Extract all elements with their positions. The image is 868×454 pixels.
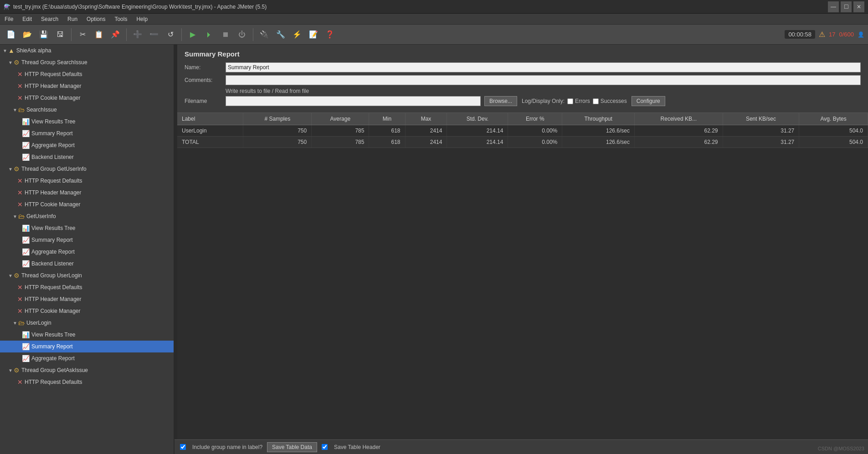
filename-label: Filename bbox=[185, 98, 226, 104]
menu-search[interactable]: Search bbox=[36, 15, 63, 23]
errors-checkbox[interactable] bbox=[567, 98, 573, 104]
sidebar-item-view-results-tree-1[interactable]: 📊 View Results Tree bbox=[0, 116, 174, 128]
collapse-root[interactable]: ▼ bbox=[3, 48, 7, 53]
userlogin-label: UserLogin bbox=[26, 320, 51, 326]
successes-checkbox[interactable] bbox=[593, 98, 599, 104]
open-button[interactable]: 📂 bbox=[20, 27, 35, 42]
table-header-row: Label # Samples Average Min Max Std. Dev… bbox=[177, 113, 868, 125]
maximize-button[interactable]: ☐ bbox=[841, 1, 852, 12]
menu-tools[interactable]: Tools bbox=[110, 15, 132, 23]
sidebar-item-aggregate-report-1[interactable]: 📈 Aggregate Report bbox=[0, 139, 174, 151]
sidebar-item-aggregate-report-3[interactable]: 📈 Aggregate Report bbox=[0, 352, 174, 364]
http-request-defaults-2-label: HTTP Request Defaults bbox=[25, 178, 82, 184]
http-icon-3: ✕ bbox=[17, 94, 23, 102]
include-group-checkbox[interactable] bbox=[180, 444, 186, 450]
report-title: Summary Report bbox=[185, 50, 861, 58]
cell-value: 214.14 bbox=[447, 137, 508, 148]
filename-input[interactable] bbox=[226, 96, 481, 106]
sidebar-item-backend-listener-1[interactable]: 📈 Backend Listener bbox=[0, 151, 174, 163]
stop-button[interactable]: ⏹ bbox=[218, 27, 233, 42]
col-min: Min bbox=[369, 113, 405, 125]
col-label: Label bbox=[177, 113, 243, 125]
sidebar-item-aggregate-report-2[interactable]: 📈 Aggregate Report bbox=[0, 246, 174, 258]
sidebar-item-http-request-defaults-3[interactable]: ✕ HTTP Request Defaults bbox=[0, 281, 174, 293]
sidebar-item-summary-report-3[interactable]: 📈 Summary Report bbox=[0, 341, 174, 352]
name-input[interactable] bbox=[226, 62, 861, 72]
app-icon: ⚗️ bbox=[4, 4, 10, 10]
sidebar-item-http-request-defaults-4[interactable]: ✕ HTTP Request Defaults bbox=[0, 376, 174, 388]
http-request-defaults-3-label: HTTP Request Defaults bbox=[25, 284, 82, 291]
http-header-manager-1-label: HTTP Header Manager bbox=[25, 83, 82, 89]
bottom-bar: Include group name in label? Save Table … bbox=[175, 439, 868, 454]
reset-button[interactable]: ↺ bbox=[163, 27, 178, 42]
minimize-button[interactable]: — bbox=[828, 1, 839, 12]
sidebar-item-searchissue[interactable]: ▼ 🗁 SearchIssue bbox=[0, 104, 174, 116]
cell-value: 2414 bbox=[405, 125, 447, 137]
menu-run[interactable]: Run bbox=[63, 15, 82, 23]
remote-stop-button[interactable]: 🔧 bbox=[273, 27, 288, 42]
start-button[interactable]: ▶ bbox=[185, 27, 200, 42]
sidebar-item-userlogin[interactable]: ▼ 🗁 UserLogin bbox=[0, 317, 174, 329]
configure-button[interactable]: Configure bbox=[632, 96, 665, 106]
function-helper-button[interactable]: ⚡ bbox=[290, 27, 304, 42]
new-button[interactable]: 📄 bbox=[4, 27, 18, 42]
sidebar-item-http-cookie-manager-2[interactable]: ✕ HTTP Cookie Manager bbox=[0, 199, 174, 210]
cell-value: 62.29 bbox=[635, 137, 723, 148]
browse-button[interactable]: Browse... bbox=[484, 96, 517, 106]
chart-icon-3: 📈 bbox=[22, 153, 30, 161]
save-header-checkbox[interactable] bbox=[322, 444, 328, 450]
paste-button[interactable]: 📌 bbox=[108, 27, 123, 42]
sidebar-item-http-request-defaults-2[interactable]: ✕ HTTP Request Defaults bbox=[0, 175, 174, 187]
sidebar-item-backend-listener-2[interactable]: 📈 Backend Listener bbox=[0, 258, 174, 270]
templates-button[interactable]: 📝 bbox=[306, 27, 321, 42]
sidebar-item-http-header-manager-1[interactable]: ✕ HTTP Header Manager bbox=[0, 80, 174, 92]
http-header-manager-2-label: HTTP Header Manager bbox=[25, 189, 82, 196]
sidebar-item-view-results-tree-3[interactable]: 📊 View Results Tree bbox=[0, 329, 174, 341]
sidebar-item-http-cookie-manager-1[interactable]: ✕ HTTP Cookie Manager bbox=[0, 92, 174, 104]
comments-input[interactable] bbox=[226, 75, 861, 85]
sidebar-item-thread-group-getaskissue[interactable]: ▼ ⚙ Thread Group GetAskIssue bbox=[0, 364, 174, 376]
sidebar-item-thread-group-searchissue[interactable]: ▼ ⚙ Thread Group SearchIssue bbox=[0, 56, 174, 68]
root-label: ShieAsk alpha bbox=[16, 47, 51, 54]
errors-label: Errors bbox=[575, 98, 590, 104]
start-no-pause-button[interactable]: ⏵ bbox=[202, 27, 216, 42]
menu-help[interactable]: Help bbox=[132, 15, 152, 23]
remove-button[interactable]: ➖ bbox=[147, 27, 161, 42]
col-received-kb: Received KB... bbox=[635, 113, 723, 125]
report-header: Summary Report Name: Comments: Write res… bbox=[177, 45, 868, 113]
help-button[interactable]: ❓ bbox=[323, 27, 337, 42]
folder-icon-getuserinfo: 🗁 bbox=[18, 213, 25, 220]
tree-root[interactable]: ▼ ▲ ShieAsk alpha bbox=[0, 45, 174, 56]
sidebar-item-thread-group-getuserinfo[interactable]: ▼ ⚙ Thread Group GetUserInfo bbox=[0, 163, 174, 175]
sidebar-item-http-header-manager-3[interactable]: ✕ HTTP Header Manager bbox=[0, 293, 174, 305]
save-table-data-button[interactable]: Save Table Data bbox=[267, 442, 317, 452]
copy-button[interactable]: 📋 bbox=[92, 27, 106, 42]
sidebar-item-getuserinfo[interactable]: ▼ 🗁 GetUserInfo bbox=[0, 210, 174, 222]
menu-edit[interactable]: Edit bbox=[18, 15, 36, 23]
cut-button[interactable]: ✂ bbox=[75, 27, 90, 42]
save-button[interactable]: 💾 bbox=[36, 27, 51, 42]
add-button[interactable]: ➕ bbox=[130, 27, 145, 42]
separator-1 bbox=[71, 28, 72, 41]
sidebar-item-summary-report-2[interactable]: 📈 Summary Report bbox=[0, 234, 174, 246]
folder-icon-userlogin: 🗁 bbox=[18, 319, 25, 326]
name-row: Name: bbox=[185, 62, 861, 72]
menu-options[interactable]: Options bbox=[82, 15, 110, 23]
sidebar-item-view-results-tree-2[interactable]: 📊 View Results Tree bbox=[0, 222, 174, 234]
backend-listener-1-label: Backend Listener bbox=[31, 154, 74, 160]
folder-icon-searchissue: 🗁 bbox=[18, 106, 25, 113]
sidebar-item-http-header-manager-2[interactable]: ✕ HTTP Header Manager bbox=[0, 187, 174, 199]
remote-start-button[interactable]: 🔌 bbox=[257, 27, 272, 42]
sidebar-item-http-cookie-manager-3[interactable]: ✕ HTTP Cookie Manager bbox=[0, 305, 174, 317]
cell-value: 31.27 bbox=[723, 137, 799, 148]
http-icon-10: ✕ bbox=[17, 378, 23, 386]
save-as-button[interactable]: 🖫 bbox=[53, 27, 67, 42]
shutdown-button[interactable]: ⏻ bbox=[235, 27, 249, 42]
menu-file[interactable]: File bbox=[0, 15, 18, 23]
sidebar-item-http-request-defaults-1[interactable]: ✕ HTTP Request Defaults bbox=[0, 68, 174, 80]
data-table-container: Label # Samples Average Min Max Std. Dev… bbox=[177, 113, 868, 148]
close-button[interactable]: ✕ bbox=[853, 1, 864, 12]
sidebar-item-thread-group-userlogin[interactable]: ▼ ⚙ Thread Group UserLogin bbox=[0, 270, 174, 281]
sidebar-item-summary-report-1[interactable]: 📈 Summary Report bbox=[0, 128, 174, 139]
cell-value: 618 bbox=[369, 137, 405, 148]
